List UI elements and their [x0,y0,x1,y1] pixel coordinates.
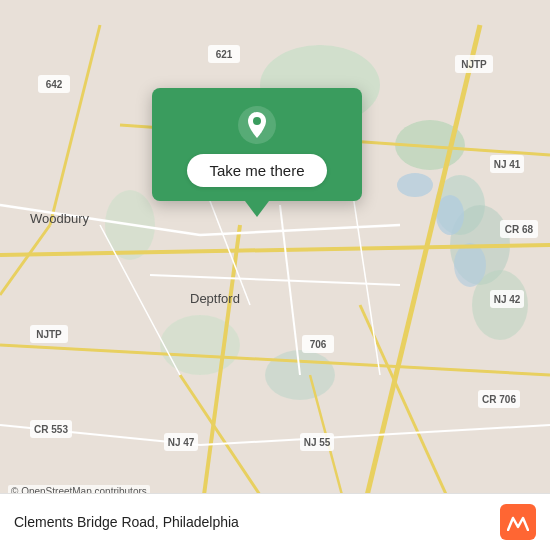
svg-text:NJ 41: NJ 41 [494,159,521,170]
location-pin-icon [238,106,276,144]
take-me-there-button[interactable]: Take me there [187,154,326,187]
svg-text:NJTP: NJTP [36,329,62,340]
svg-text:642: 642 [46,79,63,90]
svg-text:NJ 42: NJ 42 [494,294,521,305]
svg-text:CR 68: CR 68 [505,224,534,235]
svg-text:NJ 47: NJ 47 [168,437,195,448]
svg-point-58 [253,117,261,125]
svg-text:CR 553: CR 553 [34,424,68,435]
svg-point-11 [454,243,486,287]
svg-point-9 [397,173,433,197]
moovit-logo [500,504,536,540]
moovit-logo-mark [500,504,536,540]
location-text: Clements Bridge Road, Philadelphia [14,514,239,530]
svg-text:Woodbury: Woodbury [30,211,90,226]
svg-text:706: 706 [310,339,327,350]
bottom-bar: Clements Bridge Road, Philadelphia [0,493,550,550]
map-container: 621 642 NJTP NJ 41 CR 68 NJ 42 NJTP 706 … [0,0,550,550]
svg-text:Deptford: Deptford [190,291,240,306]
location-popup: Take me there [152,88,362,201]
svg-text:621: 621 [216,49,233,60]
svg-text:NJTP: NJTP [461,59,487,70]
svg-text:CR 706: CR 706 [482,394,516,405]
svg-text:NJ 55: NJ 55 [304,437,331,448]
map-svg: 621 642 NJTP NJ 41 CR 68 NJ 42 NJTP 706 … [0,0,550,550]
